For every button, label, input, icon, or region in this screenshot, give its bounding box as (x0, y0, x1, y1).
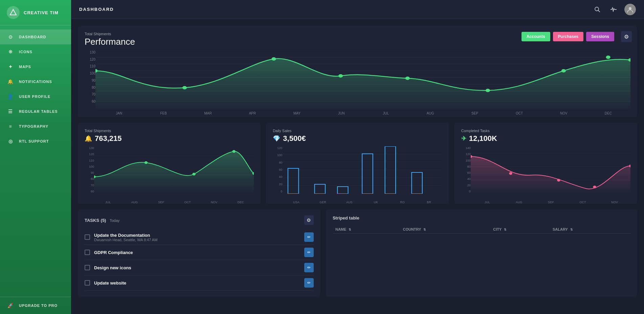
notifications-icon: 🔔 (7, 78, 14, 85)
task-text-4: Update website (94, 280, 126, 286)
sidebar-nav: ⊙ DASHBOARD ❊ ICONS ✦ MAPS 🔔 NOTIFICATIO… (0, 25, 71, 297)
sidebar-item-notifications[interactable]: 🔔 NOTIFICATIONS (0, 74, 71, 89)
diamond-icon: 💎 (273, 135, 280, 142)
svg-rect-42 (412, 172, 422, 194)
tab-sessions[interactable]: Sessions (586, 32, 614, 41)
perf-settings-btn[interactable]: ⚙ (621, 31, 632, 42)
sidebar-item-rtl-support[interactable]: ◎ RTL SUPPORT (0, 134, 71, 149)
y-axis-2: 120 100 80 60 40 20 0 (273, 146, 282, 201)
x-label-jul: JUL (364, 111, 408, 115)
x-label-dec: DEC (586, 111, 630, 115)
sidebar-item-label: ICONS (19, 50, 32, 54)
rtl-icon: ◎ (7, 138, 14, 145)
task-item-1: Update the Documentation Dwuamish Head, … (85, 230, 314, 245)
sidebar-item-dashboard[interactable]: ⊙ DASHBOARD (0, 29, 71, 44)
x-label-mar: MAR (186, 111, 230, 115)
mini-chart-1 (94, 146, 254, 201)
dashboard-icon: ⊙ (7, 33, 14, 41)
perf-subtitle: Total Shipments (85, 32, 135, 36)
upgrade-icon: 🚀 (7, 302, 14, 309)
upgrade-label: UPGRADE TO PRO (19, 303, 58, 308)
task-edit-2[interactable]: ✏ (304, 248, 314, 257)
perf-card-titles: Total Shipments Performance (85, 32, 135, 47)
svg-point-28 (192, 173, 195, 175)
sort-icon-city: ⇅ (504, 228, 507, 231)
maps-icon: ✦ (7, 63, 14, 70)
svg-point-19 (606, 56, 610, 59)
stat-subtitle-3: Completed Tasks (461, 129, 630, 133)
stats-row: Total Shipments 🔔 763,215 130 120 110 10… (78, 123, 637, 204)
sidebar-item-typography[interactable]: ≡ TYPOGRAPHY (0, 119, 71, 134)
tables-icon: ☰ (7, 108, 14, 115)
tab-accounts[interactable]: Accounts (521, 32, 550, 41)
user-profile-icon: 👤 (7, 93, 14, 100)
x-axis-1: JUL AUG SEP OCT NOV DEC (85, 201, 254, 204)
col-salary[interactable]: SALARY ⇅ (550, 225, 630, 234)
task-checkbox-3[interactable] (85, 265, 90, 270)
x-axis-3: JUL AUG SEP OCT NOV (461, 201, 630, 204)
col-name[interactable]: NAME ⇅ (333, 225, 400, 234)
col-city[interactable]: CITY ⇅ (490, 225, 550, 234)
x-label-jan: JAN (97, 111, 141, 115)
y-axis-1: 130 120 110 100 90 80 70 60 (85, 146, 94, 201)
svg-point-14 (271, 57, 276, 61)
sidebar-upgrade[interactable]: 🚀 UPGRADE TO PRO (0, 297, 71, 314)
search-icon[interactable] (592, 4, 603, 15)
mini-chart-2 (282, 146, 442, 201)
typography-icon: ≡ (7, 123, 14, 130)
tasks-gear-btn[interactable]: ⚙ (304, 215, 314, 225)
svg-rect-37 (288, 168, 298, 194)
perf-chart: 130 120 110 100 90 80 70 60 (85, 50, 630, 117)
stat-card-tasks: Completed Tasks ✈ 12,100K 140 120 100 80… (454, 123, 637, 204)
shipments-chart: 130 120 110 100 90 80 70 60 (85, 146, 254, 204)
sidebar-item-regular-tables[interactable]: ☰ REGULAR TABLES (0, 104, 71, 119)
x-label-aug: AUG (408, 111, 452, 115)
tasks-count: (5) (101, 218, 106, 223)
perf-card-header: Total Shipments Performance Accounts Pur… (85, 32, 630, 47)
sidebar-item-icons[interactable]: ❊ ICONS (0, 44, 71, 59)
stat-subtitle-1: Total Shipments (85, 129, 254, 133)
svg-point-13 (182, 86, 187, 89)
stat-card-sales: Daily Sales 💎 3,500€ 120 100 80 60 40 20 (266, 123, 449, 204)
sidebar-logo[interactable]: CREATIVE TIM (0, 0, 71, 25)
task-checkbox-2[interactable] (85, 250, 90, 255)
x-label-nov: NOV (541, 111, 586, 115)
tab-purchases[interactable]: Purchases (553, 32, 584, 41)
svg-rect-40 (362, 154, 373, 194)
stat-value-3: ✈ 12,100K (461, 134, 630, 143)
sort-icon-name: ⇅ (349, 228, 351, 231)
task-edit-4[interactable]: ✏ (304, 278, 314, 288)
striped-table-title: Striped table (333, 215, 359, 221)
task-content-3: Design new icons (94, 265, 131, 270)
stat-value-2: 💎 3,500€ (273, 134, 442, 143)
svg-point-3 (629, 7, 631, 10)
sidebar-item-label: REGULAR TABLES (19, 109, 58, 113)
sidebar-item-label: MAPS (19, 65, 31, 69)
striped-table: NAME ⇅ COUNTRY ⇅ CITY ⇅ SALARY ⇅ (333, 225, 630, 234)
task-text-3: Design new icons (94, 265, 131, 270)
avatar[interactable] (624, 4, 636, 15)
task-checkbox-4[interactable] (85, 280, 90, 286)
sidebar-item-maps[interactable]: ✦ MAPS (0, 59, 71, 74)
task-checkbox-1[interactable] (85, 234, 90, 240)
svg-point-29 (232, 150, 236, 153)
logo-text: CREATIVE TIM (24, 10, 59, 15)
sidebar-item-user-profile[interactable]: 👤 USER PROFILE (0, 89, 71, 104)
pulse-icon[interactable] (608, 4, 619, 15)
lower-row: TASKS (5) Today ⚙ Update the Documentati… (78, 209, 637, 297)
tasks-card: TASKS (5) Today ⚙ Update the Documentati… (78, 209, 320, 297)
striped-card-header: Striped table (333, 215, 630, 221)
tasks-header-text: TASKS (5) Today (85, 217, 119, 223)
task-edit-1[interactable]: ✏ (304, 232, 314, 242)
y-axis-3: 140 120 100 80 60 40 20 0 (461, 146, 471, 201)
svg-point-18 (561, 69, 566, 72)
sidebar-item-label: TYPOGRAPHY (19, 124, 48, 128)
col-country[interactable]: COUNTRY ⇅ (400, 225, 490, 234)
content: Total Shipments Performance Accounts Pur… (71, 19, 644, 314)
chart-area (95, 50, 630, 111)
bell-icon: 🔔 (85, 135, 92, 142)
task-edit-3[interactable]: ✏ (304, 263, 314, 272)
topbar-title: DASHBOARD (79, 7, 114, 12)
task-content-1: Update the Documentation Dwuamish Head, … (94, 233, 157, 242)
svg-point-16 (405, 77, 410, 80)
